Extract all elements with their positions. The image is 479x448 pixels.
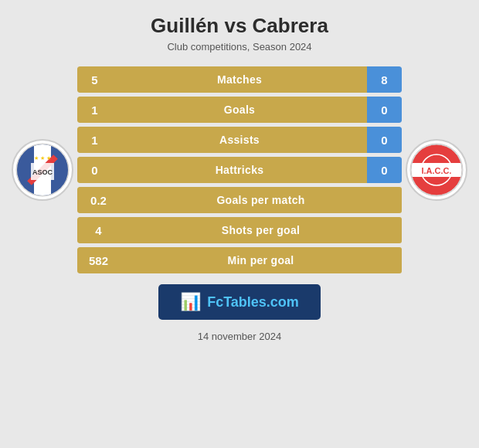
goals-right-value: 0 xyxy=(367,97,402,123)
hattricks-label: Hattricks xyxy=(112,157,367,183)
matches-label: Matches xyxy=(112,66,367,93)
svg-text:I.A.C.C.: I.A.C.C. xyxy=(421,166,451,175)
content-area: ★ ★ ★ ASOC 5 Matches 8 1 Goals 0 xyxy=(8,66,471,273)
fctables-fc: Fc xyxy=(207,294,223,310)
stat-row-hattricks: 0 Hattricks 0 xyxy=(77,157,402,183)
stat-row-goals-per-match: 0.2 Goals per match xyxy=(77,187,402,213)
shots-per-goal-label: Shots per goal xyxy=(120,217,402,243)
stat-row-shots-per-goal: 4 Shots per goal xyxy=(77,217,402,243)
team-logo-right: I.A.C.C. xyxy=(402,139,471,201)
min-per-goal-value: 582 xyxy=(77,247,120,273)
assists-left-value: 1 xyxy=(77,127,112,153)
fctables-label: FcTables.com xyxy=(207,294,299,311)
svg-text:★ ★ ★: ★ ★ ★ xyxy=(34,155,51,161)
stat-row-min-per-goal: 582 Min per goal xyxy=(77,247,402,273)
matches-left-value: 5 xyxy=(77,66,112,93)
shots-per-goal-value: 4 xyxy=(77,217,120,243)
svg-text:ASOC: ASOC xyxy=(32,168,53,176)
fctables-tables: Tables.com xyxy=(223,294,299,310)
assists-label: Assists xyxy=(112,127,367,153)
stat-row-matches: 5 Matches 8 xyxy=(77,66,402,93)
goals-label: Goals xyxy=(112,97,367,123)
stat-row-assists: 1 Assists 0 xyxy=(77,127,402,153)
date-footer: 14 november 2024 xyxy=(198,331,281,342)
team-logo-left: ★ ★ ★ ASOC xyxy=(8,139,77,201)
stat-row-goals: 1 Goals 0 xyxy=(77,97,402,123)
fctables-banner[interactable]: 📊 FcTables.com xyxy=(158,284,321,320)
goals-left-value: 1 xyxy=(77,97,112,123)
logo-circle-right: I.A.C.C. xyxy=(406,139,467,201)
goals-per-match-label: Goals per match xyxy=(120,187,402,213)
fctables-icon: 📊 xyxy=(180,292,201,312)
stats-section: 5 Matches 8 1 Goals 0 1 Assists 0 0 Hatt… xyxy=(77,66,402,273)
match-subtitle: Club competitions, Season 2024 xyxy=(167,41,311,53)
assists-right-value: 0 xyxy=(367,127,402,153)
min-per-goal-label: Min per goal xyxy=(120,247,402,273)
hattricks-left-value: 0 xyxy=(77,157,112,183)
logo-circle-left: ★ ★ ★ ASOC xyxy=(12,139,73,201)
goals-per-match-value: 0.2 xyxy=(77,187,120,213)
main-container: Guillén vs Cabrera Club competitions, Se… xyxy=(0,0,479,448)
matches-right-value: 8 xyxy=(367,66,402,93)
hattricks-right-value: 0 xyxy=(367,157,402,183)
match-title: Guillén vs Cabrera xyxy=(151,14,328,38)
